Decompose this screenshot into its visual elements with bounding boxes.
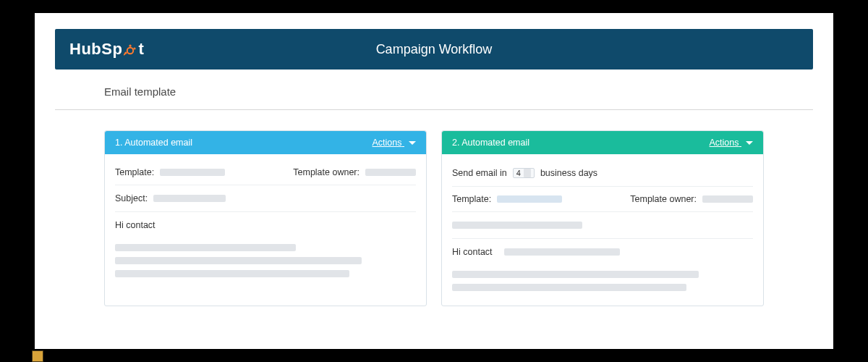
- chevron-down-icon: [746, 141, 753, 145]
- card-header-2: 2. Automated email Actions: [442, 131, 763, 154]
- svg-point-1: [129, 45, 132, 47]
- template-value-placeholder[interactable]: [160, 169, 225, 176]
- greeting-row: Hi contact: [452, 242, 753, 262]
- hubspot-sprocket-icon: [124, 43, 137, 56]
- row-divider: [115, 185, 416, 185]
- email-body-preview: [115, 235, 416, 277]
- actions-dropdown[interactable]: Actions: [373, 138, 416, 148]
- template-value-placeholder[interactable]: [497, 195, 562, 203]
- row-divider: [452, 238, 753, 239]
- svg-line-4: [124, 53, 126, 55]
- stepper-icon[interactable]: [524, 169, 531, 177]
- row-divider: [452, 211, 753, 212]
- subject-row: [452, 215, 753, 235]
- app-header: HubSp t Campaign Workflow: [55, 29, 813, 70]
- body-line-placeholder: [115, 270, 349, 277]
- send-delay-input[interactable]: 4: [513, 168, 535, 178]
- cards-row: 1. Automated email Actions Template: Tem…: [55, 130, 813, 306]
- subject-row: Subject:: [115, 188, 416, 209]
- svg-point-0: [127, 48, 133, 54]
- card-title: 1. Automated email: [115, 138, 373, 148]
- send-prefix: Send email in: [452, 168, 507, 178]
- body-inline-placeholder: [504, 248, 620, 256]
- template-owner-value-placeholder[interactable]: [702, 195, 753, 203]
- card-title: 2. Automated email: [452, 138, 710, 148]
- section-divider: [55, 109, 813, 110]
- email-card-1: 1. Automated email Actions Template: Tem…: [104, 130, 427, 306]
- page-title: Campaign Workflow: [55, 42, 813, 57]
- body-line-placeholder: [115, 244, 296, 251]
- logo-text-post: t: [138, 40, 144, 59]
- body-line-placeholder: [452, 284, 686, 291]
- actions-dropdown[interactable]: Actions: [710, 138, 753, 148]
- body-line-placeholder: [115, 257, 362, 264]
- actions-label: Actions: [710, 138, 739, 148]
- hubspot-logo: HubSp t: [69, 40, 144, 59]
- chevron-down-icon: [409, 141, 416, 145]
- card-header-1: 1. Automated email Actions: [105, 131, 426, 154]
- send-delay-value: 4: [516, 169, 521, 177]
- app-frame: HubSp t Campaign Workflow Email template: [35, 13, 833, 349]
- send-suffix: business days: [540, 168, 597, 178]
- row-divider: [452, 186, 753, 187]
- email-body-preview: [452, 262, 753, 291]
- template-row: Template: Template owner:: [452, 190, 753, 209]
- card-body-2: Send email in 4 business days Template:: [442, 154, 763, 306]
- subject-value-placeholder[interactable]: [452, 222, 582, 229]
- body-line-placeholder: [452, 271, 699, 278]
- template-row: Template: Template owner:: [115, 163, 416, 182]
- template-label: Template:: [115, 167, 154, 177]
- template-owner-label: Template owner:: [630, 194, 697, 204]
- template-owner-label: Template owner:: [293, 167, 359, 177]
- greeting-text: Hi contact: [452, 247, 493, 257]
- send-delay-row: Send email in 4 business days: [452, 163, 753, 183]
- app-content: HubSp t Campaign Workflow Email template: [55, 29, 813, 349]
- greeting-row: Hi contact: [115, 215, 416, 235]
- subject-label: Subject:: [115, 193, 148, 203]
- svg-point-2: [134, 47, 136, 49]
- row-divider: [115, 211, 416, 212]
- logo-text-pre: HubSp: [69, 40, 122, 59]
- template-owner-value-placeholder[interactable]: [365, 169, 416, 176]
- email-card-2: 2. Automated email Actions Send email in…: [441, 130, 764, 306]
- section-title: Email template: [104, 85, 813, 98]
- subject-value-placeholder[interactable]: [153, 195, 226, 202]
- actions-label: Actions: [373, 138, 402, 148]
- card-body-1: Template: Template owner: Subject:: [105, 154, 426, 292]
- greeting-text: Hi contact: [115, 220, 156, 230]
- template-label: Template:: [452, 194, 491, 204]
- corner-marker: [32, 350, 43, 362]
